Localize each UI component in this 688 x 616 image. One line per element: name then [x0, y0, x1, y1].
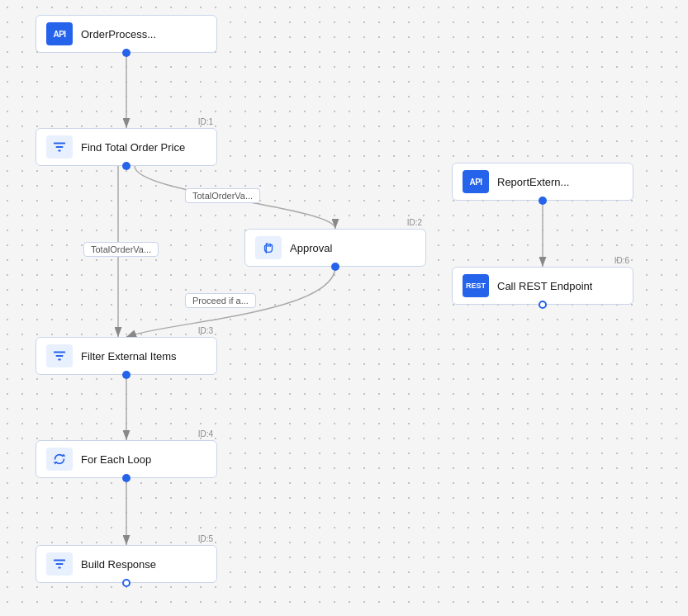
- filter-external-dot-bottom: [122, 371, 130, 379]
- find-total-dot-bottom: [122, 162, 130, 170]
- connector-label-totalorderva2: TotalOrderVa...: [83, 242, 159, 257]
- find-total-order-price-node[interactable]: ID:1 Find Total Order Price: [36, 128, 217, 166]
- approval-id: ID:2: [407, 218, 422, 227]
- find-total-label: Find Total Order Price: [81, 141, 185, 154]
- orderprocess-node[interactable]: API OrderProcess...: [36, 15, 217, 53]
- approval-label: Approval: [290, 242, 332, 254]
- approval-node[interactable]: ID:2 Approval: [244, 229, 426, 267]
- orderprocess-label: OrderProcess...: [81, 28, 156, 40]
- build-response-node[interactable]: ID:5 Build Response: [36, 545, 217, 583]
- build-response-id: ID:5: [198, 534, 213, 543]
- build-badge: [46, 552, 73, 576]
- filter-external-id: ID:3: [198, 326, 213, 335]
- filter-badge: [46, 135, 73, 159]
- report-extern-label: ReportExtern...: [497, 176, 569, 188]
- call-rest-endpoint-node[interactable]: ID:6 REST Call REST Endpoint: [452, 267, 633, 305]
- build-response-circle-bottom: [122, 579, 130, 587]
- find-total-id: ID:1: [198, 117, 213, 126]
- rest-badge: REST: [463, 274, 489, 297]
- approval-dot-bottom: [331, 263, 339, 271]
- report-extern-node[interactable]: API ReportExtern...: [452, 163, 633, 201]
- report-extern-dot-bottom: [539, 197, 547, 205]
- for-each-dot-bottom: [122, 474, 130, 482]
- connector-label-totalorderva1: TotalOrderVa...: [185, 188, 260, 203]
- call-rest-circle-bottom: [539, 301, 547, 309]
- flow-canvas: API OrderProcess... ID:1 Find Total Orde…: [0, 0, 688, 616]
- orderprocess-dot-bottom: [122, 49, 130, 57]
- for-each-loop-id: ID:4: [198, 429, 213, 438]
- hand-badge: [255, 236, 282, 259]
- api-badge: API: [46, 22, 73, 45]
- build-response-label: Build Response: [81, 558, 156, 571]
- call-rest-id: ID:6: [614, 256, 629, 265]
- filter-external-badge: [46, 344, 73, 367]
- loop-badge: [46, 448, 73, 471]
- filter-external-label: Filter External Items: [81, 350, 177, 362]
- connector-label-proceed: Proceed if a...: [185, 293, 256, 308]
- for-each-loop-label: For Each Loop: [81, 453, 151, 466]
- for-each-loop-node[interactable]: ID:4 For Each Loop: [36, 440, 217, 478]
- report-extern-api-badge: API: [463, 170, 489, 193]
- filter-external-items-node[interactable]: ID:3 Filter External Items: [36, 337, 217, 375]
- call-rest-label: Call REST Endpoint: [497, 280, 592, 292]
